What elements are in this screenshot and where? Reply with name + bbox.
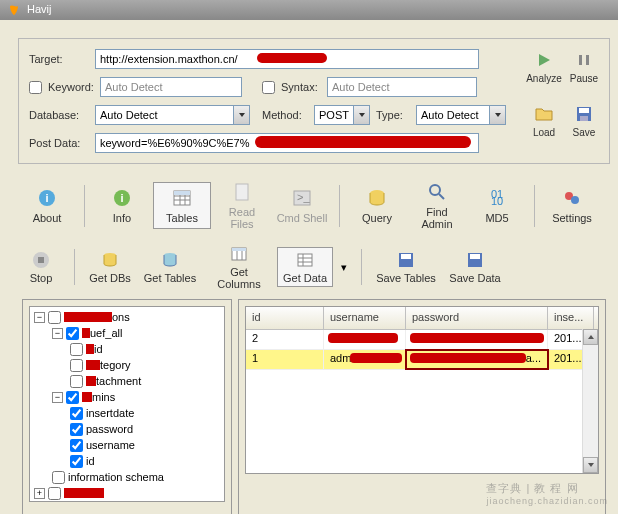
syntax-label: Syntax: <box>281 81 321 93</box>
stop-button[interactable]: Stop <box>18 247 64 287</box>
sub-toolbar: Stop Get DBs Get Tables Get Columns Get … <box>18 241 610 293</box>
titlebar: Havij <box>0 0 618 20</box>
table-row[interactable]: 2 201... <box>246 330 598 350</box>
folder-open-icon <box>533 103 555 125</box>
table-icon <box>171 187 193 209</box>
column-header-id[interactable]: id <box>246 307 324 329</box>
tree-checkbox[interactable] <box>48 311 61 324</box>
hash-icon: 0110 <box>486 187 508 209</box>
chevron-down-icon[interactable] <box>353 106 369 124</box>
tree-checkbox[interactable] <box>48 487 61 500</box>
redacted <box>410 333 544 343</box>
chevron-down-icon[interactable] <box>233 106 249 124</box>
target-form-panel: Target: Keyword: Syntax: Database: <box>18 38 610 164</box>
column-header-password[interactable]: password <box>406 307 548 329</box>
redacted <box>64 488 104 498</box>
redacted <box>350 353 402 363</box>
tree-checkbox[interactable] <box>70 359 83 372</box>
file-icon <box>231 181 253 203</box>
svg-rect-4 <box>580 116 588 121</box>
gettables-button[interactable]: Get Tables <box>139 247 201 287</box>
data-icon <box>295 250 315 270</box>
column-header-inse[interactable]: inse... <box>548 307 594 329</box>
tree-checkbox[interactable] <box>66 327 79 340</box>
grid-header: id username password inse... <box>246 307 598 330</box>
svg-rect-32 <box>232 248 246 251</box>
app-icon <box>8 4 20 16</box>
redacted <box>86 376 96 386</box>
data-grid[interactable]: id username password inse... 2 201... 1 … <box>245 306 599 474</box>
syntax-checkbox[interactable] <box>262 81 275 94</box>
save-button[interactable]: Save <box>566 103 602 138</box>
svg-point-24 <box>571 196 579 204</box>
tree-checkbox[interactable] <box>70 455 83 468</box>
savetables-button[interactable]: Save Tables <box>372 247 440 287</box>
tree-checkbox[interactable] <box>70 375 83 388</box>
collapse-icon[interactable]: − <box>52 392 63 403</box>
keyword-input[interactable] <box>100 77 242 97</box>
scroll-down-icon[interactable] <box>583 457 598 473</box>
method-label: Method: <box>262 109 308 121</box>
chevron-down-icon[interactable] <box>489 106 505 124</box>
separator <box>74 249 75 285</box>
gear-icon <box>561 187 583 209</box>
analyze-button[interactable]: Analyze <box>526 49 562 84</box>
table-row[interactable]: 1 adm a... 201... <box>246 350 598 370</box>
svg-rect-15 <box>236 184 248 200</box>
tree-checkbox[interactable] <box>70 423 83 436</box>
tree-checkbox[interactable] <box>66 391 79 404</box>
svg-text:>_: >_ <box>297 191 310 203</box>
redacted <box>86 344 94 354</box>
query-button[interactable]: Query <box>348 182 406 229</box>
savedata-button[interactable]: Save Data <box>444 247 506 287</box>
database-icon <box>100 250 120 270</box>
findadmin-button[interactable]: Find Admin <box>408 176 466 235</box>
md5-button[interactable]: 0110MD5 <box>468 182 526 229</box>
database-tree[interactable]: −ons −uef_all id tegory tachment −mins i… <box>29 306 225 502</box>
floppy-icon <box>573 103 595 125</box>
columns-icon <box>229 244 249 264</box>
pause-icon <box>573 49 595 71</box>
readfiles-button[interactable]: Read Files <box>213 176 271 235</box>
cmdshell-button[interactable]: >_Cmd Shell <box>273 182 331 229</box>
getdata-button[interactable]: Get Data <box>277 247 333 287</box>
terminal-icon: >_ <box>291 187 313 209</box>
tree-checkbox[interactable] <box>70 439 83 452</box>
separator <box>534 185 535 227</box>
svg-rect-40 <box>470 254 480 259</box>
database-select[interactable] <box>95 105 250 125</box>
vertical-scrollbar[interactable] <box>582 329 598 473</box>
pause-button[interactable]: Pause <box>566 49 602 84</box>
syntax-input[interactable] <box>327 77 477 97</box>
stop-icon <box>31 250 51 270</box>
load-button[interactable]: Load <box>526 103 562 138</box>
collapse-icon[interactable]: − <box>52 328 63 339</box>
tables-icon <box>160 250 180 270</box>
tree-checkbox[interactable] <box>70 343 83 356</box>
collapse-icon[interactable]: − <box>34 312 45 323</box>
dropdown-arrow[interactable]: ▾ <box>337 261 351 274</box>
keyword-checkbox[interactable] <box>29 81 42 94</box>
settings-button[interactable]: Settings <box>543 182 601 229</box>
type-label: Type: <box>376 109 410 121</box>
db-query-icon <box>366 187 388 209</box>
info-button[interactable]: iInfo <box>93 182 151 229</box>
tree-checkbox[interactable] <box>52 471 65 484</box>
tree-checkbox[interactable] <box>70 407 83 420</box>
scroll-up-icon[interactable] <box>583 329 598 345</box>
expand-icon[interactable]: + <box>34 488 45 499</box>
about-button[interactable]: iAbout <box>18 182 76 229</box>
getcolumns-button[interactable]: Get Columns <box>205 241 273 293</box>
column-header-username[interactable]: username <box>324 307 406 329</box>
floppy-icon <box>396 250 416 270</box>
method-select[interactable] <box>314 105 370 125</box>
search-user-icon <box>426 181 448 203</box>
redacted <box>64 312 112 322</box>
svg-rect-3 <box>579 108 589 113</box>
getdbs-button[interactable]: Get DBs <box>85 247 135 287</box>
redacted <box>82 328 90 338</box>
svg-rect-1 <box>586 55 589 65</box>
type-select[interactable] <box>416 105 506 125</box>
target-label: Target: <box>29 53 89 65</box>
tables-button[interactable]: Tables <box>153 182 211 229</box>
